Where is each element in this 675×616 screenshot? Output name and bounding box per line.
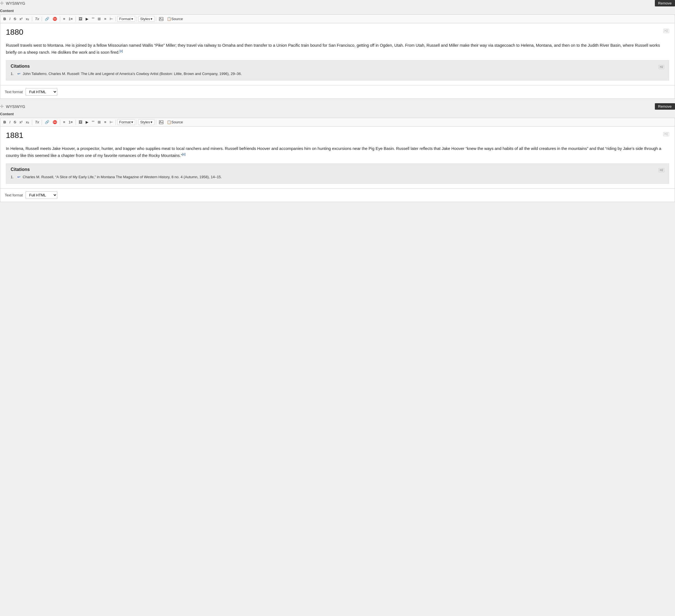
video-button[interactable]: ▶: [84, 119, 90, 125]
toolbar-separator: [32, 16, 32, 21]
unordered-list-button[interactable]: ≡: [62, 16, 67, 22]
chevron-down-icon: ▾: [151, 17, 153, 21]
table-button[interactable]: ⊞: [96, 119, 102, 125]
toolbar-separator: [60, 120, 60, 125]
subscript-button[interactable]: x₂: [25, 16, 31, 22]
subscript-button[interactable]: x₂: [25, 119, 31, 125]
editor-body[interactable]: 1880H2Russell travels west to Montana. H…: [0, 23, 675, 85]
image-button[interactable]: 🖼: [77, 16, 84, 22]
format-label: Format: [119, 17, 131, 21]
table-button[interactable]: ⊞: [96, 16, 102, 22]
footnote-link[interactable]: [x]: [120, 49, 123, 53]
video-button[interactable]: ▶: [84, 16, 90, 22]
remove-button[interactable]: Remove: [655, 0, 675, 6]
source-icon: 📋: [167, 120, 171, 124]
unlink-button[interactable]: ⛔: [51, 119, 59, 125]
strikethrough-button[interactable]: S: [12, 119, 18, 125]
text-format-select[interactable]: Full HTML: [25, 88, 57, 96]
footnote-link[interactable]: [x]: [182, 152, 185, 156]
format-dropdown[interactable]: Format ▾: [117, 16, 135, 22]
source-label: Source: [171, 120, 183, 124]
citations-box: CitationsH21.↩Charles M. Russell, “A Sli…: [6, 163, 669, 184]
chevron-down-icon: ▾: [131, 17, 133, 21]
ordered-list-button[interactable]: 1≡: [67, 16, 74, 22]
insert-image-button[interactable]: [158, 16, 165, 22]
source-button[interactable]: 📋 Source: [165, 119, 184, 125]
toolbar-separator: [32, 120, 32, 125]
text-format-row: Text formatFull HTML: [0, 85, 675, 99]
styles-label: Styles: [140, 17, 150, 21]
block-type-label: WYSIWYG: [6, 1, 25, 6]
unlink-button[interactable]: ⛔: [51, 16, 59, 22]
drag-handle-icon[interactable]: ✛: [0, 104, 4, 109]
remove-format-button[interactable]: Tx: [33, 16, 40, 22]
svg-rect-2: [159, 121, 163, 124]
svg-rect-0: [159, 17, 163, 21]
toolbar-separator: [76, 120, 76, 125]
text-format-label: Text format: [5, 193, 23, 197]
image-button[interactable]: 🖼: [77, 119, 84, 125]
citation-backlink[interactable]: ↩: [17, 175, 20, 179]
citations-box: CitationsH21.↩John Taliaferro, Charles M…: [6, 60, 669, 81]
table-full-button[interactable]: ⊢: [108, 16, 114, 22]
toolbar-separator: [116, 16, 116, 21]
blockquote-button[interactable]: "": [90, 16, 96, 22]
entry-body-text: In Helena, Russell meets Jake Hoover, a …: [6, 146, 669, 159]
source-button[interactable]: 📋 Source: [165, 16, 184, 22]
remove-format-button[interactable]: Tx: [33, 119, 40, 125]
strikethrough-button[interactable]: S: [12, 16, 18, 22]
heading-badge: H2: [663, 132, 669, 136]
source-label: Source: [171, 17, 183, 21]
styles-dropdown[interactable]: Styles ▾: [138, 119, 154, 125]
bold-button[interactable]: B: [2, 119, 7, 125]
text-format-select[interactable]: Full HTML: [25, 191, 57, 199]
entry-heading: 1880H2: [6, 28, 669, 36]
citations-title: CitationsH2: [11, 64, 664, 69]
text-format-label: Text format: [5, 90, 23, 94]
styles-dropdown[interactable]: Styles ▾: [138, 16, 154, 22]
wysiwyg-block-1: ✛WYSIWYGRemoveContentBISx²x₂Tx🔗⛔≡1≡🖼▶""⊞…: [0, 0, 675, 99]
chevron-down-icon: ▾: [131, 120, 133, 124]
ordered-list-button[interactable]: 1≡: [67, 119, 74, 125]
table-align-button[interactable]: ≡: [103, 16, 108, 22]
chevron-down-icon: ▾: [151, 120, 153, 124]
table-align-button[interactable]: ≡: [103, 119, 108, 125]
citations-badge: H2: [659, 168, 664, 172]
content-label: Content: [0, 112, 675, 116]
toolbar-separator: [60, 16, 60, 21]
toolbar-separator: [137, 120, 137, 125]
drag-handle-icon[interactable]: ✛: [0, 1, 4, 6]
format-dropdown[interactable]: Format ▾: [117, 119, 135, 125]
editor-body[interactable]: 1881H2In Helena, Russell meets Jake Hoov…: [0, 127, 675, 188]
citation-item: 1.↩Charles M. Russell, “A Slice of My Ea…: [11, 175, 664, 179]
source-icon: 📋: [167, 17, 171, 21]
superscript-button[interactable]: x²: [18, 16, 24, 22]
insert-image-button[interactable]: [158, 120, 165, 125]
citation-number: 1.: [11, 175, 15, 179]
remove-button[interactable]: Remove: [655, 103, 675, 110]
superscript-button[interactable]: x²: [18, 119, 24, 125]
link-button[interactable]: 🔗: [44, 16, 51, 22]
wysiwyg-block-2: ✛WYSIWYGRemoveContentBISx²x₂Tx🔗⛔≡1≡🖼▶""⊞…: [0, 103, 675, 202]
italic-button[interactable]: I: [8, 119, 12, 125]
editor-toolbar: BISx²x₂Tx🔗⛔≡1≡🖼▶""⊞≡⊢Format ▾Styles ▾📋 S…: [0, 15, 675, 23]
bold-button[interactable]: B: [2, 16, 7, 22]
citation-backlink[interactable]: ↩: [17, 72, 20, 76]
citation-text: Charles M. Russell, “A Slice of My Early…: [23, 175, 222, 179]
editor-container: BISx²x₂Tx🔗⛔≡1≡🖼▶""⊞≡⊢Format ▾Styles ▾📋 S…: [0, 14, 675, 85]
editor-toolbar: BISx²x₂Tx🔗⛔≡1≡🖼▶""⊞≡⊢Format ▾Styles ▾📋 S…: [0, 118, 675, 127]
toolbar-separator: [137, 16, 137, 21]
block-header: ✛WYSIWYGRemove: [0, 0, 675, 6]
block-header: ✛WYSIWYGRemove: [0, 103, 675, 110]
citation-item: 1.↩John Taliaferro, Charles M. Russell: …: [11, 72, 664, 76]
toolbar-separator: [116, 120, 116, 125]
blockquote-button[interactable]: "": [90, 119, 96, 125]
citations-list: 1.↩Charles M. Russell, “A Slice of My Ea…: [11, 175, 664, 179]
table-full-button[interactable]: ⊢: [108, 119, 114, 125]
unordered-list-button[interactable]: ≡: [62, 119, 67, 125]
heading-badge: H2: [663, 29, 669, 33]
citation-text: John Taliaferro, Charles M. Russell: The…: [23, 72, 242, 76]
block-type-label: WYSIWYG: [6, 104, 25, 109]
link-button[interactable]: 🔗: [44, 119, 51, 125]
italic-button[interactable]: I: [8, 16, 12, 22]
